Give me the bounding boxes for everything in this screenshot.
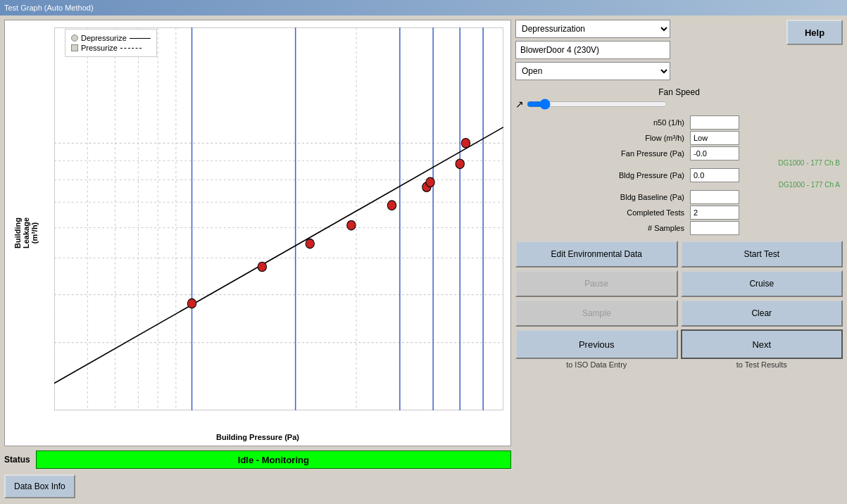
svg-point-56: [187, 298, 196, 308]
fan-pressure-label: Fan Pressure (Pa): [515, 149, 687, 158]
svg-point-58: [306, 239, 314, 248]
fan-speed-section: Fan Speed ↗: [515, 87, 843, 110]
svg-point-63: [456, 159, 464, 169]
completed-tests-value: 2: [690, 206, 739, 220]
title-bar: Test Graph (Auto Method): [0, 0, 847, 15]
window-title: Test Graph (Auto Method): [4, 4, 94, 12]
status-value: Idle - Monitoring: [36, 451, 511, 469]
fan-pressure-text: -0.0: [694, 149, 707, 158]
fan-pressure-sub: DG1000 - 177 Ch B: [515, 159, 843, 167]
graph-legend: Depressurize Pressurize: [65, 29, 157, 57]
next-button[interactable]: Next: [681, 329, 843, 359]
fan-speed-slider-container: ↗: [515, 99, 843, 110]
controls-left: Depressurization Pressurization BlowerDo…: [515, 20, 782, 80]
graph-svg: 2000 1000 900 800 700 600 500 400 300 20…: [54, 27, 503, 410]
graph-panel: BuildingLeakage(m³/h) Depressurize Press…: [4, 20, 511, 500]
fan-speed-label: Fan Speed: [515, 87, 843, 97]
graph-container: BuildingLeakage(m³/h) Depressurize Press…: [4, 20, 511, 446]
fan-pressure-value: -0.0: [690, 146, 739, 160]
status-bar: Status Idle - Monitoring: [4, 449, 511, 470]
edit-environmental-button[interactable]: Edit Environmental Data: [515, 241, 678, 267]
fan-speed-slider[interactable]: [527, 99, 667, 110]
data-fields: n50 (1/h) Flow (m³/h) Low Fan Pressure (…: [515, 115, 843, 235]
svg-point-64: [461, 139, 470, 149]
data-box-info-button[interactable]: Data Box Info: [4, 474, 75, 498]
svg-point-60: [387, 201, 396, 210]
depressurize-dot: [71, 34, 78, 42]
completed-tests-text: 2: [694, 208, 698, 217]
bldg-pressure-label: Bldg Pressure (Pa): [515, 171, 687, 179]
start-test-button[interactable]: Start Test: [681, 241, 843, 267]
flow-value: Low: [690, 131, 739, 145]
previous-sub-label: to ISO Data Entry: [515, 360, 678, 369]
bldg-baseline-value: [690, 190, 739, 204]
ring-config-dropdown[interactable]: Open Closed: [515, 62, 670, 80]
next-sub-label: to Test Results: [681, 360, 843, 369]
sample-button[interactable]: Sample: [515, 300, 678, 327]
bldg-pressure-value: 0.0: [690, 168, 739, 182]
svg-point-57: [258, 262, 266, 272]
cruise-button[interactable]: Cruise: [681, 270, 843, 297]
bottom-left: Data Box Info: [4, 473, 511, 500]
x-axis-label: Building Pressure (Pa): [216, 433, 299, 441]
nav-section: Previous Next to ISO Data Entry to Test …: [515, 329, 843, 369]
status-label: Status: [4, 455, 30, 465]
clear-button[interactable]: Clear: [681, 300, 843, 327]
help-button[interactable]: Help: [786, 20, 843, 45]
samples-value: [690, 221, 739, 235]
right-panel: Depressurization Pressurization BlowerDo…: [515, 20, 843, 500]
bldg-pressure-text: 0.0: [694, 171, 704, 179]
samples-label: # Samples: [515, 224, 687, 232]
completed-tests-label: Completed Tests: [515, 208, 687, 217]
depressurize-label: Depressurize: [81, 34, 127, 42]
svg-point-62: [426, 177, 434, 187]
n50-value: [690, 115, 739, 130]
bldg-baseline-label: Bldg Baseline (Pa): [515, 193, 687, 201]
blowerdoor-label: BlowerDoor 4 (230V): [520, 45, 599, 55]
previous-button[interactable]: Previous: [515, 329, 678, 359]
nav-btn-row: Previous Next: [515, 329, 843, 359]
svg-rect-0: [54, 27, 503, 410]
pressurize-label: Pressurize: [81, 44, 118, 52]
blowerdoor-display: BlowerDoor 4 (230V): [515, 41, 670, 59]
status-text: Idle - Monitoring: [238, 455, 309, 465]
pause-button[interactable]: Pause: [515, 270, 678, 297]
pressurize-square: [71, 44, 78, 51]
n50-label: n50 (1/h): [515, 118, 687, 127]
flow-label: Flow (m³/h): [515, 134, 687, 142]
dashed-line-icon: [120, 48, 142, 49]
flow-text: Low: [694, 134, 708, 142]
top-controls: Depressurization Pressurization BlowerDo…: [515, 20, 843, 80]
mode-dropdown[interactable]: Depressurization Pressurization: [515, 20, 670, 38]
solid-line-icon: [130, 38, 151, 39]
fan-speed-arrow: ↗: [515, 99, 524, 110]
nav-sub-labels: to ISO Data Entry to Test Results: [515, 360, 843, 369]
bldg-pressure-sub: DG1000 - 177 Ch A: [515, 181, 843, 189]
y-axis-label: BuildingLeakage(m³/h): [13, 218, 39, 248]
svg-point-59: [347, 220, 356, 230]
action-buttons: Edit Environmental Data Start Test Pause…: [515, 241, 843, 327]
